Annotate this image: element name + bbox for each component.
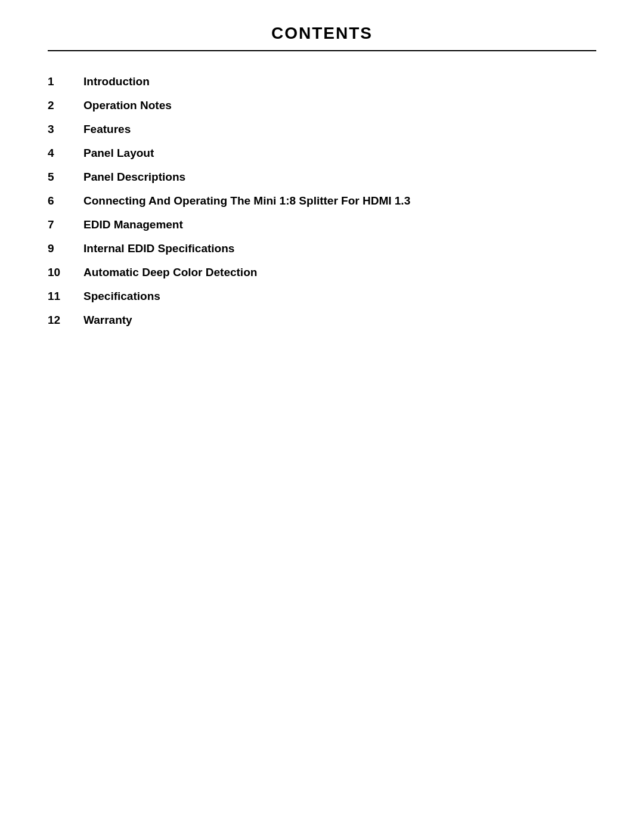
toc-number: 3 [48,123,83,136]
toc-label: Connecting And Operating The Mini 1:8 Sp… [83,194,410,208]
toc-item: 2Operation Notes [48,99,596,112]
toc-label: Introduction [83,75,150,88]
page-title: CONTENTS [48,24,596,43]
toc-number: 10 [48,266,83,279]
toc-label: Panel Descriptions [83,171,185,184]
toc-number: 6 [48,194,83,208]
toc-item: 5Panel Descriptions [48,171,596,184]
toc-number: 7 [48,218,83,231]
toc-label: Operation Notes [83,99,172,112]
toc-item: 4Panel Layout [48,147,596,160]
toc-number: 4 [48,147,83,160]
page-container: CONTENTS 1Introduction2Operation Notes3F… [0,0,644,833]
toc-item: 12Warranty [48,314,596,327]
toc-label: Warranty [83,314,132,327]
toc-label: Automatic Deep Color Detection [83,266,257,279]
toc-item: 1Introduction [48,75,596,88]
toc-label: Specifications [83,290,160,303]
toc-item: 3Features [48,123,596,136]
toc-number: 2 [48,99,83,112]
toc-list: 1Introduction2Operation Notes3Features4P… [48,75,596,327]
toc-item: 11Specifications [48,290,596,303]
toc-label: EDID Management [83,218,183,231]
toc-number: 9 [48,242,83,255]
toc-number: 5 [48,171,83,184]
page-title-container: CONTENTS [48,24,596,51]
toc-item: 7EDID Management [48,218,596,231]
toc-number: 12 [48,314,83,327]
toc-number: 1 [48,75,83,88]
toc-label: Features [83,123,131,136]
toc-item: 9Internal EDID Specifications [48,242,596,255]
toc-label: Internal EDID Specifications [83,242,234,255]
toc-item: 10Automatic Deep Color Detection [48,266,596,279]
toc-item: 6Connecting And Operating The Mini 1:8 S… [48,194,596,208]
toc-number: 11 [48,290,83,303]
toc-label: Panel Layout [83,147,154,160]
